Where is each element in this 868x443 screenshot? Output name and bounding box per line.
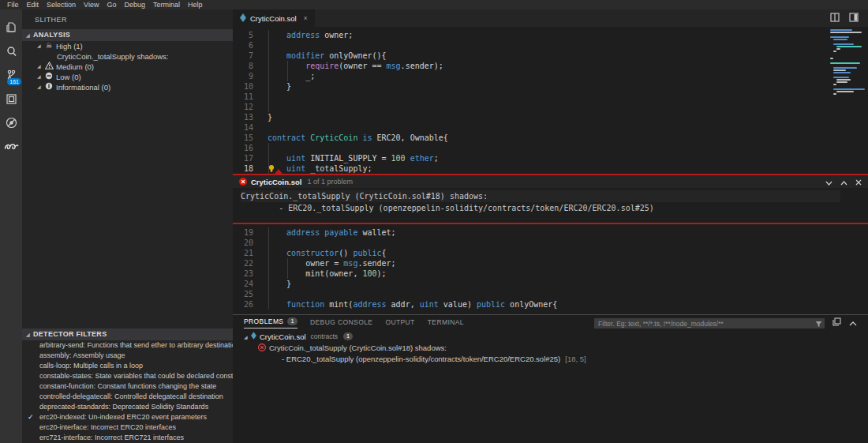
info-icon: [44, 82, 54, 93]
bottom-panel: PROBLEMS1DEBUG CONSOLEOUTPUTTERMINAL: [233, 314, 868, 443]
detector-filter-item[interactable]: erc721-interface: Incorrect ERC721 inter…: [22, 433, 233, 443]
problems-filter: [594, 315, 825, 329]
solidity-file-icon: [251, 332, 256, 341]
detector-filter-item[interactable]: arbitrary-send: Functions that send ethe…: [22, 340, 233, 351]
problem-message: CryticCoin._totalSupply (CryticCoin.sol#…: [269, 344, 447, 352]
problems-panel: ◢ CryticCoin.sol contracts 1 CryticCoin.…: [233, 328, 868, 364]
code-line-24: 24 }: [233, 279, 868, 289]
code-line-7: 7 modifier onlyOwner(){: [233, 51, 868, 61]
error-icon: [239, 175, 247, 189]
analysis-item-medium[interactable]: ◢Medium (0): [22, 62, 233, 72]
problems-filter-input[interactable]: [594, 318, 825, 328]
menu-help[interactable]: Help: [184, 1, 207, 9]
code-line-17: 17 uint INITIAL_SUPPLY = 100 ether;: [233, 153, 868, 163]
code-line-26: 26 function mint(address addr, uint valu…: [233, 299, 868, 310]
source-control-icon[interactable]: 161: [0, 63, 22, 87]
problem-detail-row[interactable]: - ERC20._totalSupply (openzeppelin-solid…: [244, 353, 868, 364]
maximize-panel-icon[interactable]: [832, 315, 841, 329]
editor-layout-icon[interactable]: [849, 11, 859, 25]
error-icon: [258, 344, 266, 351]
detector-filter-item[interactable]: assembly: Assembly usage: [22, 351, 233, 361]
peek-header: CryticCoin.sol 1 of 1 problem: [233, 175, 868, 188]
chevron-up-icon[interactable]: [840, 175, 847, 189]
menu-debug[interactable]: Debug: [120, 1, 149, 9]
chevron-expanded-icon: ◢: [37, 82, 44, 92]
problems-file-name: CryticCoin.sol: [260, 332, 306, 341]
analysis-item-informational[interactable]: ◢Informational (0): [22, 82, 233, 92]
menu-file[interactable]: File: [3, 1, 23, 9]
editor-tab-bar: CryticCoin.sol ×: [233, 9, 868, 27]
peek-problem-count: 1 of 1 problem: [307, 178, 353, 186]
menu-go[interactable]: Go: [103, 1, 120, 9]
peek-message: CryticCoin._totalSupply (CryticCoin.sol#…: [233, 188, 868, 223]
code-line-12: 12: [233, 102, 868, 112]
code-line-15: 15contract CryticCoin is ERC20, Ownable{: [233, 133, 868, 143]
code-line-14: 14: [233, 122, 868, 133]
tab-label: CryticCoin.sol: [250, 14, 297, 23]
code-line-10: 10 }: [233, 81, 868, 92]
chevron-expanded-icon: ◢: [244, 334, 251, 340]
problem-position: [18, 5]: [565, 355, 586, 363]
code-line-5: 5 address owner;: [233, 30, 868, 40]
code-line-18: 18 uint _totalSupply;: [233, 163, 868, 174]
menu-selection[interactable]: Selection: [43, 1, 80, 9]
detector-filter-item[interactable]: constant-function: Constant functions ch…: [22, 381, 233, 392]
panel-tab-badge: 1: [287, 317, 297, 325]
detector-filter-item[interactable]: deprecated-standards: Deprecated Solidit…: [22, 402, 233, 412]
minus-circle-icon: [44, 72, 54, 83]
code-line-13: 13}: [233, 112, 868, 122]
code-lines-after-peek: 19 address payable wallet;2021 construct…: [233, 224, 868, 310]
problems-file-row[interactable]: ◢ CryticCoin.sol contracts 1: [244, 331, 868, 342]
slither-icon[interactable]: [0, 134, 22, 158]
analysis-item-low[interactable]: ◢Low (0): [22, 72, 233, 82]
close-tab-icon[interactable]: ×: [304, 14, 308, 22]
menu-edit[interactable]: Edit: [23, 1, 43, 9]
analysis-tree: ◢☠High (1)CryticCoin._totalSupply shadow…: [22, 41, 233, 92]
activity-bar: 161: [0, 9, 22, 443]
skull-icon: ☠: [44, 41, 54, 51]
problem-detail: - ERC20._totalSupply (openzeppelin-solid…: [282, 355, 560, 363]
menu-terminal[interactable]: Terminal: [149, 1, 184, 9]
extensions-icon[interactable]: [0, 87, 22, 111]
code-line-20: 20: [233, 238, 868, 248]
warning-icon: [44, 62, 54, 73]
search-icon[interactable]: [0, 39, 22, 63]
chevron-expanded-icon: ◢: [26, 329, 33, 341]
debug-icon[interactable]: [0, 111, 22, 134]
detector-filter-item[interactable]: constable-states: State variables that c…: [22, 371, 233, 381]
sidebar-title: SLITHER: [22, 9, 233, 29]
analysis-item-high[interactable]: ◢☠High (1): [22, 41, 233, 51]
analysis-finding[interactable]: CryticCoin._totalSupply shadows:: [22, 51, 233, 62]
code-lines-before-peek: 5 address owner;67 modifier onlyOwner(){…: [233, 27, 868, 174]
code-line-8: 8 require(owner == msg.sender);: [233, 61, 868, 71]
vscode-window: FileEditSelectionViewGoDebugTerminalHelp…: [0, 0, 868, 443]
tab-cryticcoin-sol[interactable]: CryticCoin.sol ×: [233, 9, 315, 27]
chevron-expanded-icon: ◢: [26, 30, 33, 42]
code-line-9: 9 _;: [233, 71, 868, 81]
analysis-section-header[interactable]: ◢ANALYSIS: [22, 29, 233, 41]
split-editor-icon[interactable]: [830, 11, 840, 25]
panel-tab-problems[interactable]: PROBLEMS1: [244, 315, 297, 328]
code-line-19: 19 address payable wallet;: [233, 227, 868, 238]
check-icon: ✓: [28, 412, 34, 422]
close-icon[interactable]: [855, 175, 862, 189]
minimap[interactable]: [830, 29, 866, 96]
detector-filter-item[interactable]: controlled-delegatecall: Controlled dele…: [22, 392, 233, 402]
detector-filter-item[interactable]: ✓erc20-indexed: Un-indexed ERC20 event p…: [22, 412, 233, 422]
problems-file-badge: 1: [343, 332, 353, 340]
panel-tab-terminal[interactable]: TERMINAL: [428, 315, 464, 328]
detector-filters-section-header[interactable]: ◢DETECTOR FILTERS: [22, 328, 233, 340]
problem-row[interactable]: CryticCoin._totalSupply (CryticCoin.sol#…: [244, 342, 868, 353]
detector-filters-list: arbitrary-send: Functions that send ethe…: [22, 340, 233, 443]
menu-view[interactable]: View: [80, 1, 103, 9]
panel-tab-output[interactable]: OUTPUT: [385, 315, 414, 328]
chevron-up-icon[interactable]: [849, 315, 857, 329]
detector-filter-item[interactable]: calls-loop: Multiple calls in a loop: [22, 361, 233, 371]
source-control-badge: 161: [7, 78, 21, 85]
code-line-23: 23 mint(owner, 100);: [233, 268, 868, 279]
explorer-icon[interactable]: [0, 16, 22, 39]
chevron-down-icon[interactable]: [825, 175, 832, 189]
code-editor[interactable]: 5 address owner;67 modifier onlyOwner(){…: [233, 27, 868, 314]
panel-tab-debug-console[interactable]: DEBUG CONSOLE: [310, 315, 372, 328]
detector-filter-item[interactable]: erc20-interface: Incorrect ERC20 interfa…: [22, 422, 233, 433]
